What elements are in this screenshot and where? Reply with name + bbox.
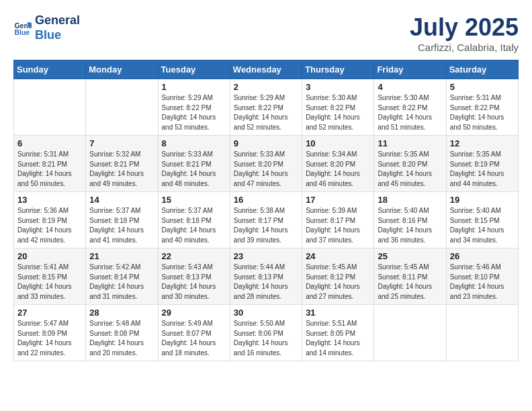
day-info: Sunrise: 5:30 AM Sunset: 8:22 PM Dayligh… [306, 93, 370, 132]
logo-text-general: General [35, 13, 80, 28]
day-cell: 3Sunrise: 5:30 AM Sunset: 8:22 PM Daylig… [302, 79, 374, 136]
day-cell: 21Sunrise: 5:42 AM Sunset: 8:14 PM Dayli… [86, 248, 158, 305]
day-number: 26 [450, 251, 515, 261]
logo-icon: General Blue [13, 19, 32, 38]
day-info: Sunrise: 5:32 AM Sunset: 8:21 PM Dayligh… [89, 150, 154, 189]
logo: General Blue General Blue [13, 13, 80, 42]
day-cell: 29Sunrise: 5:49 AM Sunset: 8:07 PM Dayli… [158, 305, 230, 361]
week-row-1: 1Sunrise: 5:29 AM Sunset: 8:22 PM Daylig… [14, 79, 519, 136]
day-cell: 24Sunrise: 5:45 AM Sunset: 8:12 PM Dayli… [302, 248, 374, 305]
day-cell: 8Sunrise: 5:33 AM Sunset: 8:21 PM Daylig… [158, 136, 230, 192]
day-cell: 19Sunrise: 5:40 AM Sunset: 8:15 PM Dayli… [446, 192, 518, 248]
day-cell: 25Sunrise: 5:45 AM Sunset: 8:11 PM Dayli… [374, 248, 446, 305]
day-info: Sunrise: 5:35 AM Sunset: 8:20 PM Dayligh… [378, 150, 442, 189]
day-info: Sunrise: 5:48 AM Sunset: 8:08 PM Dayligh… [89, 319, 154, 358]
weekday-header-row: SundayMondayTuesdayWednesdayThursdayFrid… [14, 60, 519, 79]
day-cell: 30Sunrise: 5:50 AM Sunset: 8:06 PM Dayli… [230, 305, 302, 361]
week-row-3: 13Sunrise: 5:36 AM Sunset: 8:19 PM Dayli… [14, 192, 519, 248]
day-cell: 14Sunrise: 5:37 AM Sunset: 8:18 PM Dayli… [86, 192, 158, 248]
day-cell: 22Sunrise: 5:43 AM Sunset: 8:13 PM Dayli… [158, 248, 230, 305]
calendar-table: SundayMondayTuesdayWednesdayThursdayFrid… [13, 60, 519, 361]
day-cell: 23Sunrise: 5:44 AM Sunset: 8:13 PM Dayli… [230, 248, 302, 305]
day-cell: 9Sunrise: 5:33 AM Sunset: 8:20 PM Daylig… [230, 136, 302, 192]
day-info: Sunrise: 5:33 AM Sunset: 8:20 PM Dayligh… [234, 150, 298, 189]
day-number: 6 [17, 138, 82, 148]
day-info: Sunrise: 5:51 AM Sunset: 8:05 PM Dayligh… [306, 319, 370, 358]
weekday-header-monday: Monday [86, 60, 158, 79]
day-cell: 7Sunrise: 5:32 AM Sunset: 8:21 PM Daylig… [86, 136, 158, 192]
weekday-header-sunday: Sunday [14, 60, 86, 79]
weekday-header-tuesday: Tuesday [158, 60, 230, 79]
title-block: July 2025 Carfizzi, Calabria, Italy [410, 13, 519, 53]
day-info: Sunrise: 5:42 AM Sunset: 8:14 PM Dayligh… [89, 263, 154, 302]
day-info: Sunrise: 5:37 AM Sunset: 8:18 PM Dayligh… [89, 206, 154, 245]
day-number: 25 [378, 251, 442, 261]
day-cell: 15Sunrise: 5:37 AM Sunset: 8:18 PM Dayli… [158, 192, 230, 248]
day-number: 11 [378, 138, 442, 148]
day-info: Sunrise: 5:46 AM Sunset: 8:10 PM Dayligh… [450, 263, 515, 302]
weekday-header-friday: Friday [374, 60, 446, 79]
day-number: 24 [306, 251, 370, 261]
day-number: 1 [162, 82, 226, 92]
day-number: 10 [306, 138, 370, 148]
day-info: Sunrise: 5:29 AM Sunset: 8:22 PM Dayligh… [162, 93, 226, 132]
day-info: Sunrise: 5:36 AM Sunset: 8:19 PM Dayligh… [17, 206, 82, 245]
day-number: 23 [234, 251, 298, 261]
weekday-header-wednesday: Wednesday [230, 60, 302, 79]
weekday-header-saturday: Saturday [446, 60, 518, 79]
svg-text:Blue: Blue [14, 28, 30, 36]
day-info: Sunrise: 5:40 AM Sunset: 8:16 PM Dayligh… [378, 206, 442, 245]
day-cell: 26Sunrise: 5:46 AM Sunset: 8:10 PM Dayli… [446, 248, 518, 305]
day-number: 3 [306, 82, 370, 92]
day-info: Sunrise: 5:29 AM Sunset: 8:22 PM Dayligh… [234, 93, 298, 132]
day-cell [374, 305, 446, 361]
logo-text-blue: Blue [35, 28, 80, 43]
day-cell [86, 79, 158, 136]
location-subtitle: Carfizzi, Calabria, Italy [410, 42, 519, 53]
day-info: Sunrise: 5:33 AM Sunset: 8:21 PM Dayligh… [162, 150, 226, 189]
day-number: 31 [306, 308, 370, 318]
day-number: 9 [234, 138, 298, 148]
day-cell: 12Sunrise: 5:35 AM Sunset: 8:19 PM Dayli… [446, 136, 518, 192]
day-number: 21 [89, 251, 154, 261]
day-number: 29 [162, 308, 226, 318]
day-info: Sunrise: 5:41 AM Sunset: 8:15 PM Dayligh… [17, 263, 82, 302]
day-number: 14 [89, 195, 154, 205]
day-number: 15 [162, 195, 226, 205]
day-info: Sunrise: 5:49 AM Sunset: 8:07 PM Dayligh… [162, 319, 226, 358]
day-number: 8 [162, 138, 226, 148]
day-number: 13 [17, 195, 82, 205]
day-number: 7 [89, 138, 154, 148]
day-number: 18 [378, 195, 442, 205]
day-cell: 31Sunrise: 5:51 AM Sunset: 8:05 PM Dayli… [302, 305, 374, 361]
day-info: Sunrise: 5:45 AM Sunset: 8:12 PM Dayligh… [306, 263, 370, 302]
day-info: Sunrise: 5:43 AM Sunset: 8:13 PM Dayligh… [162, 263, 226, 302]
day-info: Sunrise: 5:50 AM Sunset: 8:06 PM Dayligh… [234, 319, 298, 358]
day-cell: 20Sunrise: 5:41 AM Sunset: 8:15 PM Dayli… [14, 248, 86, 305]
day-number: 20 [17, 251, 82, 261]
day-info: Sunrise: 5:30 AM Sunset: 8:22 PM Dayligh… [378, 93, 442, 132]
day-info: Sunrise: 5:40 AM Sunset: 8:15 PM Dayligh… [450, 206, 515, 245]
day-cell: 11Sunrise: 5:35 AM Sunset: 8:20 PM Dayli… [374, 136, 446, 192]
day-number: 22 [162, 251, 226, 261]
day-number: 2 [234, 82, 298, 92]
week-row-4: 20Sunrise: 5:41 AM Sunset: 8:15 PM Dayli… [14, 248, 519, 305]
day-cell: 10Sunrise: 5:34 AM Sunset: 8:20 PM Dayli… [302, 136, 374, 192]
day-cell: 16Sunrise: 5:38 AM Sunset: 8:17 PM Dayli… [230, 192, 302, 248]
day-cell: 5Sunrise: 5:31 AM Sunset: 8:22 PM Daylig… [446, 79, 518, 136]
day-number: 27 [17, 308, 82, 318]
day-number: 4 [378, 82, 442, 92]
week-row-2: 6Sunrise: 5:31 AM Sunset: 8:21 PM Daylig… [14, 136, 519, 192]
day-number: 5 [450, 82, 515, 92]
day-info: Sunrise: 5:31 AM Sunset: 8:21 PM Dayligh… [17, 150, 82, 189]
day-number: 30 [234, 308, 298, 318]
day-info: Sunrise: 5:45 AM Sunset: 8:11 PM Dayligh… [378, 263, 442, 302]
day-number: 28 [89, 308, 154, 318]
day-info: Sunrise: 5:37 AM Sunset: 8:18 PM Dayligh… [162, 206, 226, 245]
day-number: 16 [234, 195, 298, 205]
day-cell: 13Sunrise: 5:36 AM Sunset: 8:19 PM Dayli… [14, 192, 86, 248]
day-info: Sunrise: 5:35 AM Sunset: 8:19 PM Dayligh… [450, 150, 515, 189]
week-row-5: 27Sunrise: 5:47 AM Sunset: 8:09 PM Dayli… [14, 305, 519, 361]
day-info: Sunrise: 5:39 AM Sunset: 8:17 PM Dayligh… [306, 206, 370, 245]
day-info: Sunrise: 5:44 AM Sunset: 8:13 PM Dayligh… [234, 263, 298, 302]
